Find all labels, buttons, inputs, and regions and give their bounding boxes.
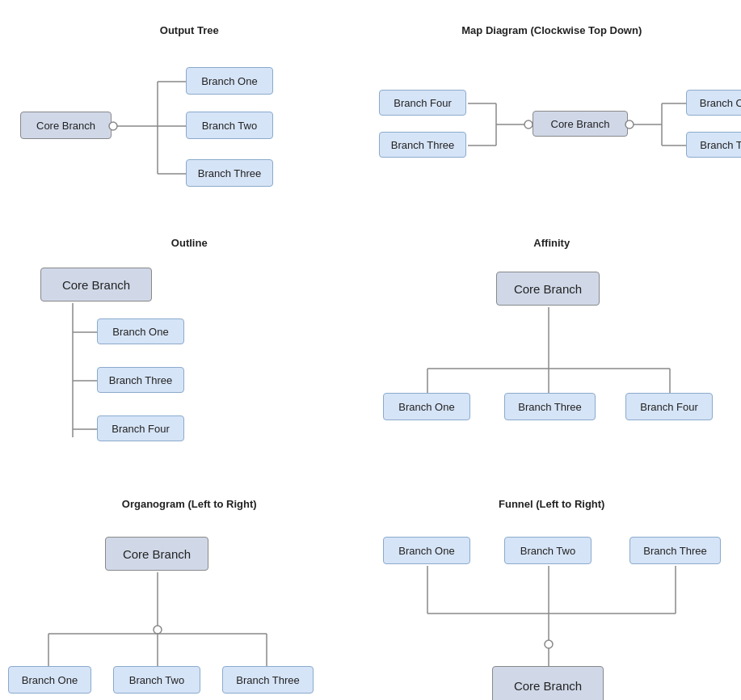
- output-tree-branch1: Branch One: [186, 67, 273, 95]
- funnel-section: Funnel (Left to Right) Branch One Branch…: [371, 482, 734, 700]
- output-tree-core: Core Branch: [20, 112, 112, 139]
- outline-section: Outline Core Branch Branch One Branch Th…: [8, 221, 371, 482]
- funnel-branch1: Branch One: [383, 537, 470, 564]
- outline-svg: Core Branch Branch One Branch Three Bran: [16, 264, 242, 474]
- map-diagram-title: Map Diagram (Clockwise Top Down): [379, 24, 726, 36]
- affinity-branch3: Branch Four: [625, 393, 713, 420]
- output-tree-title: Output Tree: [16, 24, 363, 36]
- funnel-svg: Branch One Branch Two Branch Three: [379, 525, 735, 700]
- outline-core: Core Branch: [40, 268, 152, 302]
- funnel-title: Funnel (Left to Right): [379, 498, 726, 510]
- organogram-section: Organogram (Left to Right) Core Branch: [8, 482, 371, 700]
- svg-point-33: [545, 640, 553, 648]
- outline-title: Outline: [16, 237, 363, 249]
- svg-point-23: [154, 626, 162, 634]
- funnel-core: Core Branch: [492, 666, 604, 700]
- map-right-branch2: Branch Two: [686, 132, 742, 158]
- svg-point-7: [524, 120, 533, 129]
- output-tree-branch3: Branch Three: [186, 159, 273, 187]
- page: Output Tree Core Branch: [0, 0, 741, 700]
- output-tree-svg: Core Branch Branch One: [16, 51, 307, 213]
- organogram-title: Organogram (Left to Right): [16, 498, 363, 510]
- organogram-branch3: Branch Three: [222, 666, 314, 694]
- output-tree-connector: [109, 122, 117, 130]
- organogram-core: Core Branch: [105, 537, 208, 571]
- map-right-branch1: Branch One: [686, 90, 742, 116]
- map-left-branch2: Branch Three: [379, 132, 466, 158]
- funnel-branch3: Branch Three: [629, 537, 721, 564]
- affinity-core: Core Branch: [496, 272, 600, 306]
- map-diagram-svg: Branch Four Branch Three Core Branch: [379, 51, 742, 213]
- outline-branch2: Branch Three: [97, 367, 184, 393]
- affinity-section: Affinity Core Branch Branch On: [371, 221, 734, 482]
- affinity-svg: Core Branch Branch One Branch Thr: [379, 264, 735, 474]
- map-left-branch1: Branch Four: [379, 90, 466, 116]
- organogram-branch2: Branch Two: [113, 666, 200, 694]
- output-tree-section: Output Tree Core Branch: [8, 8, 371, 221]
- map-diagram-section: Map Diagram (Clockwise Top Down) Branch …: [371, 8, 734, 221]
- outline-branch1: Branch One: [97, 318, 184, 344]
- funnel-branch2: Branch Two: [504, 537, 592, 564]
- map-core: Core Branch: [533, 111, 628, 137]
- affinity-branch2: Branch Three: [504, 393, 596, 420]
- affinity-title: Affinity: [379, 237, 726, 249]
- output-tree-branch2: Branch Two: [186, 112, 273, 139]
- svg-point-8: [625, 120, 634, 129]
- outline-branch3: Branch Four: [97, 415, 184, 441]
- affinity-branch1: Branch One: [383, 393, 470, 420]
- organogram-branch1: Branch One: [8, 666, 91, 694]
- organogram-svg: Core Branch Branch One: [16, 525, 323, 700]
